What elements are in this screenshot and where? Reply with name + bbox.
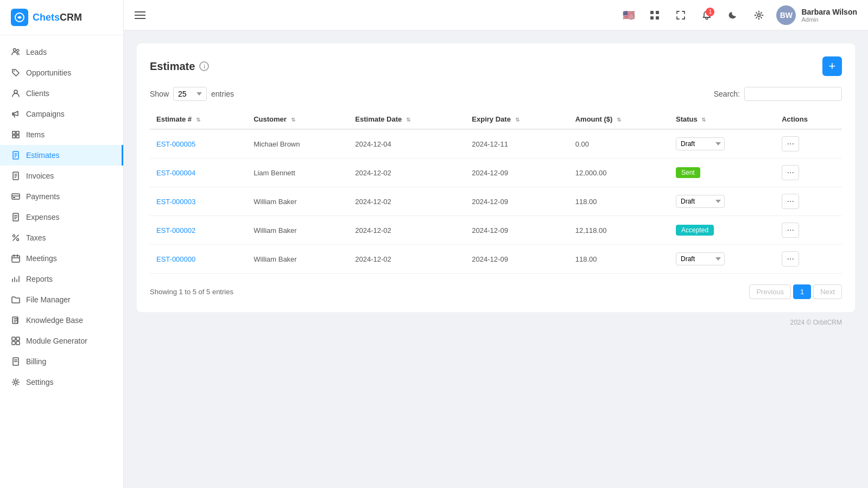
status-cell[interactable]: DraftSentAccepted	[669, 129, 775, 159]
amount-cell: 118.00	[569, 187, 669, 216]
user-role: Admin	[801, 16, 857, 23]
sidebar-label-leads: Leads	[26, 48, 47, 56]
svg-rect-12	[13, 197, 15, 198]
sort-icon-expiry-date: ⇅	[515, 117, 519, 123]
estimates-table: Estimate # ⇅ Customer ⇅ Estimate Date ⇅	[150, 110, 842, 274]
customer-cell: William Baker	[247, 187, 349, 216]
person-icon	[11, 88, 21, 98]
estimate-num-cell[interactable]: EST-000004	[150, 159, 247, 187]
expiry-date-cell: 2024-12-09	[465, 187, 568, 216]
sidebar-label-clients: Clients	[26, 89, 49, 98]
svg-rect-8	[16, 135, 19, 138]
table-row: EST-000004Liam Bennett2024-12-022024-12-…	[150, 159, 842, 187]
sidebar-item-knowledge-base[interactable]: Knowledge Base	[0, 310, 123, 331]
sidebar-item-module-generator[interactable]: Module Generator	[0, 331, 123, 351]
col-status[interactable]: Status ⇅	[669, 110, 775, 129]
status-draft-select[interactable]: DraftSentAccepted	[676, 137, 725, 150]
app-grid-button[interactable]	[646, 7, 663, 24]
notification-badge: 1	[706, 8, 714, 16]
sidebar-item-settings[interactable]: Settings	[0, 372, 123, 392]
entries-per-page-select[interactable]: 10 25 50 100	[173, 87, 207, 101]
sidebar-label-billing: Billing	[26, 357, 46, 366]
previous-button[interactable]: Previous	[749, 284, 791, 299]
status-cell[interactable]: DraftSentAccepted	[669, 245, 775, 274]
footer: 2024 © OrbitCRM	[137, 312, 855, 333]
expiry-date-cell: 2024-12-09	[465, 216, 568, 245]
page-header: Estimate i +	[150, 56, 842, 76]
sidebar-label-file-manager: File Manager	[26, 295, 71, 304]
actions-button[interactable]: ···	[782, 194, 799, 209]
estimate-num-cell[interactable]: EST-000003	[150, 187, 247, 216]
sort-icon-status: ⇅	[701, 117, 706, 123]
sidebar-item-leads[interactable]: Leads	[0, 42, 123, 62]
svg-point-3	[14, 71, 15, 72]
sidebar-item-items[interactable]: Items	[0, 124, 123, 145]
table-controls: Show 10 25 50 100 entries Search:	[150, 87, 842, 101]
col-actions: Actions	[775, 110, 842, 129]
customer-cell: Michael Brown	[247, 129, 349, 159]
sidebar-item-estimates[interactable]: Estimates	[0, 145, 123, 166]
status-cell[interactable]: Accepted	[669, 216, 775, 245]
chart-icon	[11, 274, 21, 284]
col-amount[interactable]: Amount ($) ⇅	[569, 110, 669, 129]
search-input[interactable]	[744, 87, 842, 101]
col-expiry-date[interactable]: Expiry Date ⇅	[465, 110, 568, 129]
svg-rect-18	[16, 337, 20, 340]
sidebar-item-billing[interactable]: Billing	[0, 351, 123, 372]
status-cell[interactable]: Sent	[669, 159, 775, 187]
notifications-button[interactable]: 1	[698, 7, 715, 24]
svg-rect-23	[650, 11, 654, 14]
sidebar-item-meetings[interactable]: Meetings	[0, 248, 123, 269]
table-header: Estimate # ⇅ Customer ⇅ Estimate Date ⇅	[150, 110, 842, 129]
col-customer[interactable]: Customer ⇅	[247, 110, 349, 129]
col-estimate-date[interactable]: Estimate Date ⇅	[349, 110, 465, 129]
sidebar-item-reports[interactable]: Reports	[0, 269, 123, 289]
header-left	[135, 11, 145, 19]
status-draft-select[interactable]: DraftSentAccepted	[676, 195, 725, 208]
status-draft-select[interactable]: DraftSentAccepted	[676, 252, 725, 265]
folder-icon	[11, 295, 21, 305]
user-profile[interactable]: BW Barbara Wilson Admin	[776, 5, 857, 25]
actions-button[interactable]: ···	[782, 165, 799, 180]
book-icon	[11, 315, 21, 325]
dark-mode-toggle[interactable]	[724, 7, 742, 24]
page-1-button[interactable]: 1	[793, 284, 811, 299]
status-cell[interactable]: DraftSentAccepted	[669, 187, 775, 216]
svg-rect-16	[12, 256, 20, 262]
next-button[interactable]: Next	[813, 284, 842, 299]
receipt-icon	[11, 212, 21, 222]
fullscreen-button[interactable]	[672, 7, 689, 24]
sidebar-item-campaigns[interactable]: Campaigns	[0, 104, 123, 124]
sidebar-item-taxes[interactable]: Taxes	[0, 227, 123, 248]
calendar-icon	[11, 253, 21, 263]
sidebar-item-opportunities[interactable]: Opportunities	[0, 62, 123, 83]
search-row: Search:	[714, 87, 842, 101]
card-icon	[11, 192, 21, 201]
sidebar-item-expenses[interactable]: Expenses	[0, 207, 123, 227]
hamburger-menu[interactable]	[135, 11, 145, 19]
logo[interactable]: ChetsCRM	[0, 0, 123, 35]
sidebar-item-invoices[interactable]: Invoices	[0, 166, 123, 186]
header-settings-button[interactable]	[750, 7, 768, 24]
info-icon[interactable]: i	[199, 61, 209, 71]
add-estimate-button[interactable]: +	[822, 56, 842, 76]
actions-button[interactable]: ···	[782, 251, 799, 267]
svg-rect-19	[12, 341, 15, 345]
sidebar-item-payments[interactable]: Payments	[0, 186, 123, 207]
gear-icon	[11, 377, 21, 387]
language-selector[interactable]: 🇺🇸	[620, 7, 637, 24]
actions-button[interactable]: ···	[782, 223, 799, 238]
sidebar-label-payments: Payments	[26, 192, 60, 201]
actions-button[interactable]: ···	[782, 136, 799, 151]
svg-rect-5	[12, 131, 15, 134]
estimate-num-cell[interactable]: EST-000000	[150, 245, 247, 274]
actions-cell: ···	[775, 245, 842, 274]
sidebar-label-reports: Reports	[26, 275, 53, 283]
sidebar-item-file-manager[interactable]: File Manager	[0, 289, 123, 310]
sidebar-item-clients[interactable]: Clients	[0, 83, 123, 104]
show-label: Show	[150, 90, 169, 98]
col-estimate-num[interactable]: Estimate # ⇅	[150, 110, 247, 129]
estimate-num-cell[interactable]: EST-000005	[150, 129, 247, 159]
estimate-num-cell[interactable]: EST-000002	[150, 216, 247, 245]
sidebar: ChetsCRM Leads Opportunitie	[0, 0, 124, 488]
